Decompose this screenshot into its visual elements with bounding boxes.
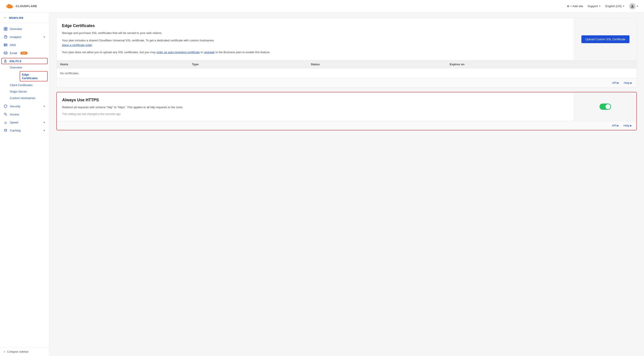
edge-certificates-card: Edge Certificates Manage and purchase SS… [56,18,637,88]
https-title: Always Use HTTPS [62,98,568,102]
sidebar-item-edge-certificates[interactable]: Edge Certificates [20,71,48,82]
sidebar-item-speed[interactable]: Speed ▼ [0,118,49,126]
ssl-icon [4,59,7,63]
security-chevron-icon: ▼ [43,105,46,108]
https-setting-time: This setting was last changed a few seco… [62,112,568,116]
email-beta-badge: Beta [20,52,28,54]
edge-cert-help-link[interactable]: Help ▶ [624,81,632,84]
overview-icon [4,27,8,31]
col-expires: Expires on [446,60,636,68]
access-icon [4,112,8,116]
sidebar-item-analytics[interactable]: Analytics ▼ [0,33,49,41]
sidebar-item-label-ssl: SSL/TLS [10,60,21,63]
top-header: CLOUDFLARE ⊕ + Add site Support ▼ Englis… [0,0,644,12]
auto-renewing-cert-link[interactable]: order an auto-renewing certificate [156,50,200,54]
https-api-arrow-icon: ▶ [617,124,619,127]
edge-cert-card-footer: API ▶ Help ▶ [56,78,636,87]
svg-point-15 [4,129,7,130]
header-actions: ⊕ + Add site Support ▼ English (US) ▼ ▼ [567,3,639,10]
always-https-toggle[interactable]: ✓ [600,104,611,110]
support-chevron-icon: ▼ [598,5,601,8]
https-help-link[interactable]: Help ▶ [624,124,632,127]
support-dropdown[interactable]: Support ▼ [588,4,601,8]
email-icon [4,51,8,55]
user-chevron-icon: ▼ [636,5,639,8]
sidebar-item-email[interactable]: Email Beta [0,49,49,57]
edge-cert-desc2: Your plan includes a shared Cloudflare U… [62,38,569,48]
analytics-icon [4,35,8,39]
collapse-icon: « [4,350,5,353]
speed-chevron-icon: ▼ [43,121,46,124]
sidebar: ← aivars.me Overview Analytics ▼ [0,12,49,356]
svg-point-9 [4,44,5,44]
sidebar-item-label-dns: DNS [10,44,16,47]
sidebar-item-origin-server[interactable]: Origin Server [10,88,49,95]
always-https-card: Always Use HTTPS Redirect all requests w… [56,92,637,130]
sidebar-item-label-caching: Caching [10,129,20,132]
sidebar-item-security[interactable]: Security ▼ [0,102,49,110]
sidebar-item-caching[interactable]: Caching ▼ [0,126,49,134]
https-toggle-switch[interactable]: ✓ [600,104,611,110]
sidebar-item-access[interactable]: Access [0,110,49,118]
sidebar-item-ssl-tls[interactable]: SSL/TLS [1,58,48,64]
edge-cert-api-link[interactable]: API ▶ [612,81,619,84]
add-site-button[interactable]: ⊕ + Add site [567,4,583,8]
main-content: Edge Certificates Manage and purchase SS… [49,12,644,356]
user-avatar-button[interactable]: ▼ [629,3,639,10]
language-chevron-icon: ▼ [622,5,625,8]
sidebar-item-label-speed: Speed [10,121,18,124]
sidebar-item-overview[interactable]: Overview [0,25,49,33]
edge-cert-desc1: Manage and purchase SSL certificates tha… [62,31,569,36]
help-arrow-icon: ▶ [630,82,632,84]
edge-cert-card-right: Upload Custom SSL Certificate [574,18,636,60]
https-api-link[interactable]: API ▶ [612,124,619,127]
ssl-sub-nav: Overview Edge Certificates Client Certif… [0,64,49,101]
app-body: ← aivars.me Overview Analytics ▼ [0,12,644,356]
speed-icon [4,120,8,124]
col-status: Status [307,60,446,68]
edge-cert-label: Edge Certificates [22,73,38,80]
sidebar-item-ssl-overview[interactable]: Overview [10,64,49,71]
dns-icon [4,43,8,47]
upgrade-link[interactable]: upgrade [204,50,215,54]
security-icon [4,104,8,108]
toggle-check-icon: ✓ [601,105,603,108]
sidebar-item-dns[interactable]: DNS [0,41,49,49]
upload-custom-ssl-button[interactable]: Upload Custom SSL Certificate [582,35,630,43]
language-dropdown[interactable]: English (US) ▼ [605,4,625,8]
sidebar-item-label-access: Access [10,113,19,116]
sidebar-item-label-security: Security [10,105,20,108]
svg-point-13 [5,62,6,62]
svg-rect-5 [6,29,7,30]
svg-rect-2 [4,27,5,28]
https-help-arrow-icon: ▶ [630,124,632,127]
collapse-sidebar-button[interactable]: « Collapse sidebar [0,347,49,356]
back-arrow-icon[interactable]: ← [4,16,7,20]
edge-cert-card-body: Edge Certificates Manage and purchase SS… [56,18,636,60]
place-certificate-order-link[interactable]: place a certificate order [62,44,92,47]
svg-rect-4 [4,29,5,30]
logo-text: CLOUDFLARE [16,4,37,8]
https-desc: Redirect all requests with scheme “http”… [62,105,568,110]
https-card-right: ✓ [574,92,636,121]
table-row-empty: No certificates. [56,68,636,78]
avatar-icon [629,3,636,10]
no-certificates-msg: No certificates. [56,68,636,78]
api-arrow-icon: ▶ [618,82,619,84]
edge-cert-card-left: Edge Certificates Manage and purchase SS… [56,18,574,60]
analytics-chevron-icon: ▼ [43,36,46,38]
plus-icon: ⊕ [567,4,569,8]
sidebar-item-client-certificates[interactable]: Client Certificates [10,82,49,88]
cloudflare-logo-icon [5,4,14,9]
sidebar-item-label-overview: Overview [10,27,22,31]
svg-point-10 [4,46,5,46]
https-card-body: Always Use HTTPS Redirect all requests w… [57,92,636,121]
sidebar-item-label-email: Email [10,52,17,55]
svg-rect-3 [6,27,7,28]
col-hosts: Hosts [56,60,188,68]
sidebar-nav: Overview Analytics ▼ DNS [0,23,49,347]
toggle-knob [606,104,610,109]
https-card-footer: API ▶ Help ▶ [57,121,636,130]
site-name[interactable]: aivars.me [9,16,24,20]
sidebar-item-custom-hostnames[interactable]: Custom Hostnames [10,95,49,101]
